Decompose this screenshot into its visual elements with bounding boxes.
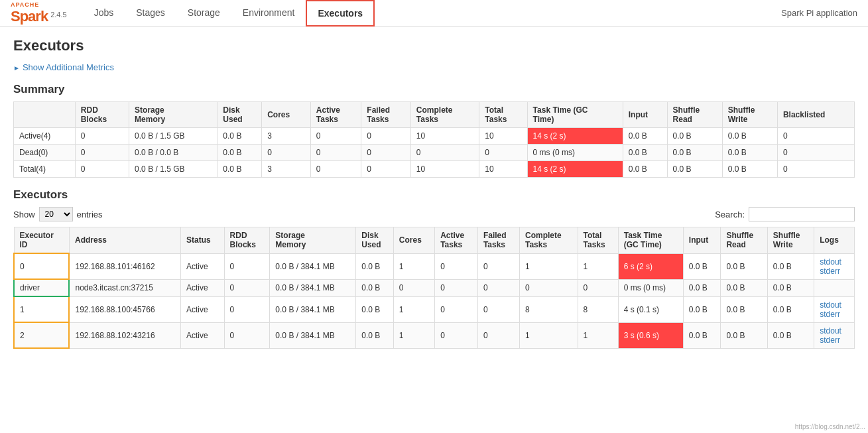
navbar: APACHE Spark 2.4.5 Jobs Stages Storage E…: [0, 0, 868, 27]
summary-row-cores: 3: [262, 161, 311, 178]
exec-rdd: 0: [224, 279, 270, 296]
exec-tasktime: 3 s (0.6 s): [618, 322, 683, 348]
exec-shuffle-write: 0.0 B: [767, 322, 814, 348]
exec-complete: 8: [519, 296, 578, 322]
log-link-stderr[interactable]: stderr: [820, 267, 840, 276]
exec-shuffle-read: 0.0 B: [721, 279, 767, 296]
exec-complete: 0: [519, 279, 578, 296]
summary-row-active: 0: [310, 128, 361, 145]
exec-tasktime: 4 s (0.1 s): [618, 296, 683, 322]
nav-stages[interactable]: Stages: [125, 0, 176, 27]
exec-col-status: Status: [181, 227, 225, 254]
exec-col-failed: FailedTasks: [477, 227, 519, 254]
summary-col-shuffle-write: ShuffleWrite: [722, 102, 777, 128]
summary-row-shuffle-read: 0.0 B: [667, 161, 722, 178]
summary-row-tasktime: 14 s (2 s): [527, 161, 623, 178]
search-input[interactable]: [749, 207, 855, 221]
log-link-stderr[interactable]: stderr: [820, 336, 840, 345]
log-link-stdout[interactable]: stdout: [820, 326, 841, 336]
summary-col-cores: Cores: [262, 102, 311, 128]
summary-row-cores: 3: [262, 128, 311, 145]
executors-heading: Executors: [13, 188, 855, 202]
exec-address: node3.itcast.cn:37215: [69, 279, 180, 296]
exec-cores: 1: [393, 253, 434, 279]
summary-row-failed: 0: [361, 128, 411, 145]
exec-col-cores: Cores: [393, 227, 434, 254]
nav-storage[interactable]: Storage: [176, 0, 231, 27]
exec-shuffle-write: 0.0 B: [767, 253, 814, 279]
nav-environment[interactable]: Environment: [231, 0, 306, 27]
exec-storage: 0.0 B / 384.1 MB: [270, 253, 356, 279]
spark-logo: APACHE Spark: [11, 1, 48, 25]
exec-address: 192.168.88.101:46162: [69, 253, 180, 279]
exec-cores: 1: [393, 322, 434, 348]
exec-col-id: ExecutorID: [14, 227, 69, 254]
exec-storage: 0.0 B / 384.1 MB: [270, 279, 356, 296]
summary-row-rdd: 0: [75, 145, 129, 161]
show-additional-metrics-link[interactable]: ►Show Additional Metrics: [13, 62, 114, 72]
exec-col-storage: StorageMemory: [270, 227, 356, 254]
summary-row: Dead(0) 0 0.0 B / 0.0 B 0.0 B 0 0 0 0 0 …: [14, 145, 855, 161]
exec-col-disk: DiskUsed: [356, 227, 394, 254]
executors-header-row: ExecutorID Address Status RDDBlocks Stor…: [14, 227, 855, 254]
app-name: Spark Pi application: [781, 8, 857, 18]
main-content: Executors ►Show Additional Metrics Summa…: [0, 27, 868, 359]
summary-row-active: 0: [310, 145, 361, 161]
summary-row-failed: 0: [361, 145, 411, 161]
summary-row-rdd: 0: [75, 161, 129, 178]
summary-col-total: TotalTasks: [479, 102, 527, 128]
nav-executors[interactable]: Executors: [306, 0, 375, 27]
summary-row-complete: 0: [410, 145, 479, 161]
exec-total: 1: [578, 253, 618, 279]
exec-complete: 1: [519, 322, 578, 348]
exec-logs: stdoutstderr: [814, 253, 855, 279]
nav-jobs[interactable]: Jobs: [83, 0, 125, 27]
exec-cores: 0: [393, 279, 434, 296]
exec-complete: 1: [519, 253, 578, 279]
log-link-stdout[interactable]: stdout: [820, 257, 841, 267]
exec-disk: 0.0 B: [356, 253, 394, 279]
summary-row: Active(4) 0 0.0 B / 1.5 GB 0.0 B 3 0 0 1…: [14, 128, 855, 145]
exec-failed: 0: [477, 322, 519, 348]
summary-row-cores: 0: [262, 145, 311, 161]
summary-col-rdd: RDDBlocks: [75, 102, 129, 128]
summary-row-blacklisted: 0: [777, 161, 854, 178]
exec-tasktime: 0 ms (0 ms): [618, 279, 683, 296]
exec-col-shuffle-read: ShuffleRead: [721, 227, 767, 254]
log-link-stdout[interactable]: stdout: [820, 300, 841, 310]
summary-col-shuffle-read: ShuffleRead: [667, 102, 722, 128]
exec-disk: 0.0 B: [356, 279, 394, 296]
log-link-stderr[interactable]: stderr: [820, 310, 840, 319]
exec-status: Active: [181, 279, 225, 296]
summary-row-label: Total(4): [14, 161, 76, 178]
exec-col-complete: CompleteTasks: [519, 227, 578, 254]
exec-input: 0.0 B: [683, 296, 721, 322]
summary-col-input: Input: [623, 102, 667, 128]
table-row: 0 192.168.88.101:46162 Active 0 0.0 B / …: [14, 253, 855, 279]
search-box: Search:: [715, 207, 855, 221]
exec-shuffle-read: 0.0 B: [721, 296, 767, 322]
show-metrics-label: Show Additional Metrics: [23, 62, 114, 72]
exec-disk: 0.0 B: [356, 322, 394, 348]
exec-total: 0: [578, 279, 618, 296]
exec-id-cell: 1: [14, 296, 69, 322]
page-title: Executors: [13, 37, 855, 54]
exec-shuffle-write: 0.0 B: [767, 296, 814, 322]
exec-address: 192.168.88.100:45766: [69, 296, 180, 322]
exec-col-logs: Logs: [814, 227, 855, 254]
summary-row-disk: 0.0 B: [217, 161, 262, 178]
exec-logs: [814, 279, 855, 296]
summary-row-tasktime: 14 s (2 s): [527, 128, 623, 145]
exec-input: 0.0 B: [683, 279, 721, 296]
executors-controls: Show 20 50 100 entries Search:: [13, 207, 855, 221]
exec-total: 8: [578, 296, 618, 322]
entries-select[interactable]: 20 50 100: [39, 207, 73, 221]
table-row: 1 192.168.88.100:45766 Active 0 0.0 B / …: [14, 296, 855, 322]
entries-label: entries: [77, 210, 103, 219]
exec-active: 0: [435, 279, 478, 296]
exec-logs: stdoutstderr: [814, 296, 855, 322]
summary-col-active: ActiveTasks: [310, 102, 361, 128]
exec-id-cell: driver: [14, 279, 69, 296]
summary-row-label: Dead(0): [14, 145, 76, 161]
exec-shuffle-read: 0.0 B: [721, 322, 767, 348]
